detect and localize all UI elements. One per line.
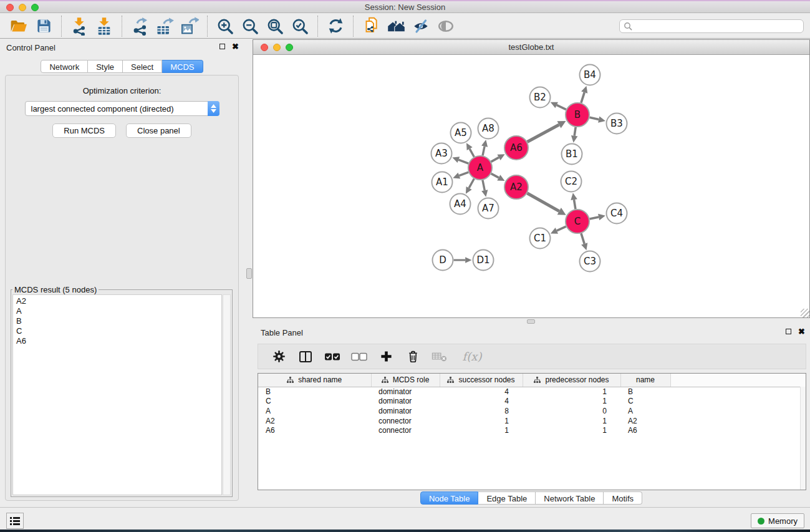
- table-cell[interactable]: 1: [523, 425, 620, 435]
- tab-mcds[interactable]: MCDS: [162, 60, 203, 73]
- mcds-result-list[interactable]: A2ABCA6: [12, 294, 222, 495]
- mcds-result-item[interactable]: A6: [16, 336, 218, 346]
- edge-A-A3[interactable]: [452, 157, 468, 163]
- criterion-select[interactable]: largest connected component (directed): [25, 101, 219, 116]
- node-A1[interactable]: A1: [432, 172, 453, 193]
- minimize-window-button[interactable]: [19, 4, 26, 11]
- node-table[interactable]: shared nameMCDS rolesuccessor nodesprede…: [258, 374, 806, 435]
- column-header-mcds-role[interactable]: MCDS role: [371, 374, 440, 387]
- table-cell[interactable]: B: [258, 387, 371, 397]
- export-image-button[interactable]: [177, 15, 202, 37]
- node-A7[interactable]: A7: [478, 198, 499, 219]
- table-cell[interactable]: A2: [620, 416, 670, 426]
- select-stepper-icon[interactable]: [208, 101, 219, 116]
- edge-A-A5[interactable]: [466, 143, 474, 157]
- node-B4[interactable]: B4: [580, 65, 600, 85]
- table-cell[interactable]: 0: [523, 406, 620, 416]
- mcds-result-item[interactable]: A2: [16, 296, 218, 306]
- table-cell[interactable]: A: [620, 406, 670, 416]
- table-cell[interactable]: dominator: [371, 397, 440, 407]
- edge-B-B3[interactable]: [590, 116, 605, 122]
- node-B[interactable]: B: [566, 103, 589, 127]
- edge-B-B2[interactable]: [551, 102, 566, 110]
- window-resize-grip[interactable]: [801, 309, 809, 317]
- edge-C-C2[interactable]: [571, 193, 577, 209]
- import-table-button[interactable]: [92, 15, 117, 37]
- zoom-window-button[interactable]: [31, 4, 39, 11]
- edge-C-C1[interactable]: [551, 226, 566, 234]
- edge-D-D1[interactable]: [454, 257, 472, 263]
- memory-button[interactable]: Memory: [751, 513, 804, 528]
- edge-A2-C[interactable]: [527, 193, 566, 215]
- node-A5[interactable]: A5: [451, 123, 471, 143]
- table-row[interactable]: A2connector11A2: [258, 416, 806, 426]
- node-C[interactable]: C: [566, 210, 589, 233]
- edge-C-C4[interactable]: [590, 214, 605, 220]
- node-A8[interactable]: A8: [478, 118, 499, 139]
- edge-B-B4[interactable]: [581, 86, 587, 103]
- node-D[interactable]: D: [433, 250, 453, 271]
- table-cell[interactable]: connector: [371, 425, 440, 435]
- table-cell[interactable]: A6: [258, 425, 371, 435]
- node-A3[interactable]: A3: [432, 143, 452, 164]
- node-C2[interactable]: C2: [561, 172, 582, 192]
- table-cell[interactable]: dominator: [371, 406, 440, 416]
- close-panel-button[interactable]: Close panel: [126, 123, 191, 138]
- tab-edge-table[interactable]: Edge Table: [478, 491, 536, 505]
- show-eye-button[interactable]: [433, 15, 458, 37]
- node-B2[interactable]: B2: [530, 87, 551, 108]
- table-cell[interactable]: A: [258, 406, 371, 416]
- show-column-panel-button[interactable]: [297, 349, 314, 365]
- edge-A-A4[interactable]: [466, 179, 474, 194]
- main-titlebar[interactable]: Session: New Session: [0, 1, 810, 13]
- float-table-panel-icon[interactable]: [786, 329, 791, 334]
- node-C3[interactable]: C3: [580, 251, 600, 272]
- hide-graphics-details-button[interactable]: [408, 15, 433, 37]
- clone-network-button[interactable]: [359, 15, 383, 37]
- node-A2[interactable]: A2: [504, 175, 528, 199]
- zoom-selected-button[interactable]: [287, 15, 312, 37]
- column-header-shared-name[interactable]: shared name: [258, 374, 371, 387]
- close-network-window-button[interactable]: [261, 44, 268, 51]
- edge-A-A1[interactable]: [453, 172, 468, 178]
- open-session-button[interactable]: [6, 15, 31, 37]
- node-B3[interactable]: B3: [607, 114, 627, 134]
- home-button[interactable]: [383, 15, 408, 37]
- minimize-network-window-button[interactable]: [273, 44, 281, 51]
- table-cell[interactable]: dominator: [371, 387, 440, 397]
- table-cell[interactable]: connector: [371, 416, 440, 426]
- table-cell[interactable]: A2: [258, 416, 371, 426]
- task-history-button[interactable]: [6, 513, 24, 529]
- node-C1[interactable]: C1: [530, 228, 551, 249]
- tab-style[interactable]: Style: [88, 60, 123, 73]
- table-cell[interactable]: 4: [440, 387, 523, 397]
- edge-C-C3[interactable]: [581, 233, 587, 250]
- zoom-in-button[interactable]: [213, 15, 238, 37]
- delete-rows-button[interactable]: [405, 349, 421, 365]
- table-cell[interactable]: C: [258, 397, 371, 407]
- export-table-button[interactable]: [152, 15, 177, 37]
- function-builder-button[interactable]: f(x): [458, 349, 486, 365]
- edge-B-B1[interactable]: [571, 127, 577, 143]
- result-scrollbar[interactable]: [223, 294, 231, 495]
- select-all-columns-button[interactable]: [324, 349, 340, 365]
- delete-table-button[interactable]: [432, 349, 448, 365]
- node-C4[interactable]: C4: [607, 203, 627, 224]
- save-session-button[interactable]: [31, 15, 56, 37]
- refresh-view-button[interactable]: [323, 15, 348, 37]
- zoom-fit-button[interactable]: [263, 15, 287, 37]
- deselect-all-columns-button[interactable]: [351, 349, 367, 365]
- edge-A6-B[interactable]: [528, 121, 566, 142]
- mcds-result-item[interactable]: A: [16, 306, 218, 316]
- table-cell[interactable]: 1: [440, 416, 523, 426]
- vertical-splitter-handle[interactable]: [246, 268, 252, 279]
- mcds-result-item[interactable]: B: [16, 316, 218, 326]
- column-header-predecessor-nodes[interactable]: predecessor nodes: [523, 374, 620, 387]
- tab-motifs[interactable]: Motifs: [604, 491, 642, 505]
- table-cell[interactable]: 1: [523, 397, 620, 407]
- zoom-out-button[interactable]: [238, 15, 263, 37]
- close-window-button[interactable]: [6, 4, 14, 11]
- node-A6[interactable]: A6: [504, 136, 528, 160]
- run-mcds-button[interactable]: Run MCDS: [52, 123, 116, 138]
- column-header-successor-nodes[interactable]: successor nodes: [440, 374, 523, 387]
